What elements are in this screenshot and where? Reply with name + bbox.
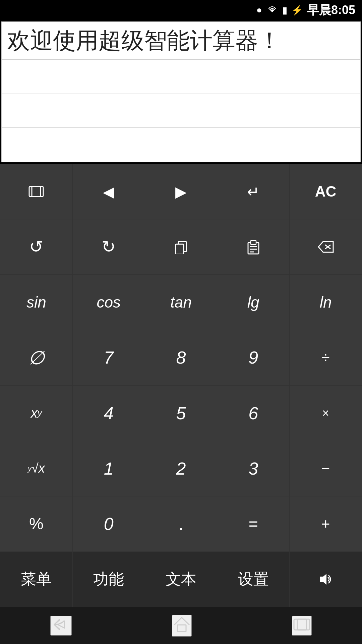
sin-btn[interactable]: sin xyxy=(0,275,72,330)
zero-btn[interactable]: 0 xyxy=(73,496,145,551)
nav-back-btn[interactable] xyxy=(50,616,72,636)
five-btn[interactable]: 5 xyxy=(145,386,217,441)
svg-rect-12 xyxy=(177,625,186,632)
display-line3 xyxy=(2,94,360,128)
key-row-7: % 0 . = + xyxy=(0,496,362,551)
status-bar: ● ▮ ⚡ 早晨8:05 xyxy=(0,0,362,20)
settings-btn[interactable]: 设置 xyxy=(217,552,289,607)
eight-btn[interactable]: 8 xyxy=(145,330,217,385)
nav-bar xyxy=(0,607,362,644)
backspace-btn[interactable] xyxy=(290,219,362,274)
svg-rect-3 xyxy=(176,244,184,254)
svg-rect-13 xyxy=(294,619,310,630)
right-arrow-btn[interactable]: ▶ xyxy=(145,164,217,219)
percent-btn[interactable]: % xyxy=(0,496,72,551)
text-btn[interactable]: 文本 xyxy=(145,552,217,607)
history-btn[interactable] xyxy=(0,164,72,219)
svg-rect-5 xyxy=(251,240,256,245)
two-btn[interactable]: 2 xyxy=(145,441,217,496)
root-btn[interactable]: y√x xyxy=(0,441,72,496)
key-row-4: ∅ 7 8 9 ÷ xyxy=(0,330,362,385)
ln-btn[interactable]: ln xyxy=(290,275,362,330)
lg-btn[interactable]: lg xyxy=(217,275,289,330)
seven-btn[interactable]: 7 xyxy=(73,330,145,385)
function-btn[interactable]: 功能 xyxy=(73,552,145,607)
ac-btn[interactable]: AC xyxy=(290,164,362,219)
battery-icon: ▮ xyxy=(282,5,287,16)
wifi-icon xyxy=(266,4,278,16)
sound-btn[interactable] xyxy=(290,552,362,607)
svg-marker-11 xyxy=(320,574,326,585)
left-arrow-btn[interactable]: ◀ xyxy=(73,164,145,219)
power-btn[interactable]: xy xyxy=(0,386,72,441)
nine-btn[interactable]: 9 xyxy=(217,330,289,385)
divide-btn[interactable]: ÷ xyxy=(290,330,362,385)
enter-btn[interactable]: ↵ xyxy=(217,164,289,219)
menu-btn[interactable]: 菜单 xyxy=(0,552,72,607)
key-row-5: xy 4 5 6 × xyxy=(0,386,362,441)
display-line2 xyxy=(2,60,360,94)
key-row-1: ◀ ▶ ↵ AC xyxy=(0,164,362,219)
redo-btn[interactable]: ↻ xyxy=(73,219,145,274)
undo-btn[interactable]: ↺ xyxy=(0,219,72,274)
copy-btn[interactable] xyxy=(145,219,217,274)
lightning-icon: ⚡ xyxy=(291,5,303,16)
key-row-8: 菜单 功能 文本 设置 xyxy=(0,552,362,607)
minus-btn[interactable]: − xyxy=(290,441,362,496)
plus-btn[interactable]: + xyxy=(290,496,362,551)
nav-recent-btn[interactable] xyxy=(292,616,312,636)
phi-btn[interactable]: ∅ xyxy=(0,330,72,385)
key-row-3: sin cos tan lg ln xyxy=(0,275,362,330)
svg-rect-1 xyxy=(32,186,41,197)
cos-btn[interactable]: cos xyxy=(73,275,145,330)
three-btn[interactable]: 3 xyxy=(217,441,289,496)
tan-btn[interactable]: tan xyxy=(145,275,217,330)
svg-rect-0 xyxy=(29,186,43,197)
svg-rect-14 xyxy=(297,619,306,630)
four-btn[interactable]: 4 xyxy=(73,386,145,441)
keypad: ◀ ▶ ↵ AC ↺ ↻ xyxy=(0,164,362,607)
display-main[interactable]: 欢迎使用超级智能计算器！ xyxy=(2,22,360,60)
multiply-btn[interactable]: × xyxy=(290,386,362,441)
six-btn[interactable]: 6 xyxy=(217,386,289,441)
paste-btn[interactable] xyxy=(217,219,289,274)
one-btn[interactable]: 1 xyxy=(73,441,145,496)
dot-btn[interactable]: . xyxy=(145,496,217,551)
key-row-6: y√x 1 2 3 − xyxy=(0,441,362,496)
nav-home-btn[interactable] xyxy=(172,615,192,637)
status-time: 早晨8:05 xyxy=(307,2,355,18)
key-row-2: ↺ ↻ xyxy=(0,219,362,274)
location-icon: ● xyxy=(256,5,262,15)
calculator-display: 欢迎使用超级智能计算器！ xyxy=(1,21,361,162)
display-line4 xyxy=(2,128,360,162)
equals-btn[interactable]: = xyxy=(217,496,289,551)
